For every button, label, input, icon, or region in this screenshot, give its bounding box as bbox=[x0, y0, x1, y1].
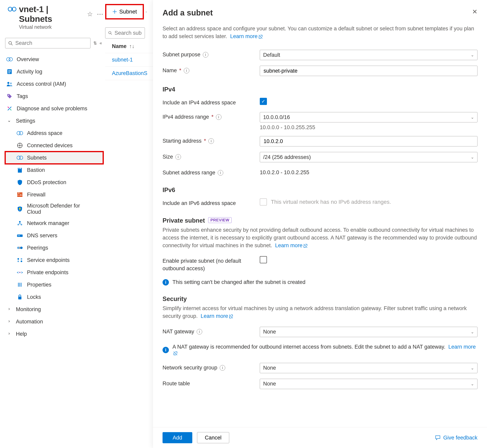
nav-network-manager[interactable]: Network manager bbox=[5, 217, 103, 229]
nav-locks[interactable]: Locks bbox=[5, 291, 103, 303]
nav-label: Address space bbox=[27, 130, 63, 136]
toolbar-overflow: · bbox=[146, 8, 147, 15]
close-icon[interactable]: ✕ bbox=[472, 8, 478, 16]
plus-icon bbox=[112, 9, 117, 14]
add-subnet-highlight: Subnet bbox=[105, 4, 144, 19]
nav-connected-devices[interactable]: Connected devices bbox=[5, 139, 103, 152]
name-label: Name *i bbox=[162, 66, 256, 74]
ipv4-range-select[interactable]: 10.0.0.0/16 ⌄ bbox=[260, 112, 478, 122]
table-row[interactable]: AzureBastionS bbox=[105, 67, 153, 80]
enable-private-checkbox[interactable] bbox=[260, 256, 267, 263]
nav-properties[interactable]: Properties bbox=[5, 279, 103, 291]
nav-address-space[interactable]: Address space bbox=[5, 127, 103, 139]
add-button[interactable]: Add bbox=[162, 432, 192, 443]
collapse-nav-icon[interactable]: « bbox=[100, 41, 102, 46]
nav-label: Overview bbox=[17, 56, 39, 63]
learn-more-link[interactable]: Learn more bbox=[275, 242, 307, 248]
info-icon[interactable]: i bbox=[216, 114, 221, 120]
start-addr-input[interactable] bbox=[260, 136, 478, 146]
nav-firewall[interactable]: Firewall bbox=[5, 189, 103, 201]
feedback-link[interactable]: Give feedback bbox=[435, 435, 478, 441]
info-icon[interactable]: i bbox=[175, 154, 181, 160]
svg-point-39 bbox=[20, 247, 23, 249]
info-icon[interactable]: i bbox=[220, 365, 225, 371]
route-select[interactable]: None ⌄ bbox=[260, 379, 478, 389]
ipv6-disabled-note: This virtual network has no IPv6 address… bbox=[271, 199, 391, 205]
learn-more-link[interactable]: Learn more bbox=[230, 33, 262, 39]
subnet-search-input[interactable] bbox=[105, 27, 145, 39]
svg-rect-24 bbox=[19, 168, 20, 169]
svg-point-4 bbox=[9, 57, 13, 61]
svg-point-53 bbox=[109, 32, 111, 34]
nsg-select[interactable]: None ⌄ bbox=[260, 363, 478, 373]
nav-label: Connected devices bbox=[27, 143, 73, 149]
nav-ddos[interactable]: DDoS protection bbox=[5, 176, 103, 189]
add-subnet-panel: ✕ Add a subnet Select an address space a… bbox=[153, 0, 487, 448]
table-row[interactable]: subnet-1 bbox=[105, 53, 153, 67]
info-icon[interactable]: i bbox=[184, 68, 189, 73]
nav-activity-log[interactable]: Activity log bbox=[5, 65, 103, 78]
nav-help-toggle[interactable]: › Help bbox=[5, 328, 103, 340]
defender-icon bbox=[16, 205, 24, 213]
grid-header-name[interactable]: Name ↑↓ bbox=[105, 39, 153, 53]
nav-label: Access control (IAM) bbox=[17, 81, 66, 87]
cancel-button[interactable]: Cancel bbox=[197, 432, 229, 443]
feedback-icon bbox=[435, 435, 441, 440]
more-icon[interactable]: ⋯ bbox=[97, 11, 103, 17]
info-icon[interactable]: i bbox=[203, 52, 208, 57]
vnet-icon bbox=[16, 154, 24, 161]
nav-monitoring-toggle[interactable]: › Monitoring bbox=[5, 303, 103, 315]
nav-label: Private endpoints bbox=[27, 269, 68, 276]
chevron-down-icon: ⌄ bbox=[471, 115, 474, 120]
nav-subnets[interactable]: Subnets bbox=[5, 152, 103, 164]
add-subnet-button[interactable]: Subnet bbox=[107, 6, 142, 17]
nav-iam[interactable]: Access control (IAM) bbox=[5, 78, 103, 90]
reorder-icon[interactable]: ⇅ bbox=[93, 41, 97, 46]
learn-more-link[interactable]: Learn more bbox=[201, 313, 233, 319]
nat-label: NAT gatewayi bbox=[162, 327, 256, 336]
nav-label: Network manager bbox=[27, 220, 69, 226]
nav-search-input[interactable] bbox=[5, 38, 90, 48]
subnet-range-label: Subnet address rangei bbox=[162, 168, 256, 176]
subnet-purpose-label: Subnet purposei bbox=[162, 50, 256, 58]
svg-text:>: > bbox=[21, 271, 23, 274]
nav-label: Automation bbox=[16, 319, 43, 325]
nav-list: Overview Activity log Access control (IA… bbox=[5, 53, 103, 340]
nat-select[interactable]: None ⌄ bbox=[260, 327, 478, 337]
subnet-purpose-select[interactable]: Default ⌄ bbox=[260, 50, 478, 60]
ipv4-range-label: IPv4 address range *i bbox=[162, 112, 256, 121]
nav-tags[interactable]: Tags bbox=[5, 90, 103, 102]
info-icon[interactable]: i bbox=[218, 170, 223, 176]
nav-peerings[interactable]: Peerings bbox=[5, 242, 103, 254]
nav-label: Properties bbox=[27, 282, 51, 288]
info-icon: i bbox=[162, 347, 169, 353]
svg-point-38 bbox=[17, 247, 19, 249]
info-icon[interactable]: i bbox=[208, 138, 214, 144]
nav-overview[interactable]: Overview bbox=[5, 53, 103, 65]
nav-defender[interactable]: Microsoft Defender for Cloud bbox=[5, 201, 103, 217]
nav-label: Bastion bbox=[27, 167, 45, 173]
name-input[interactable] bbox=[260, 66, 478, 76]
info-icon[interactable]: i bbox=[197, 329, 202, 335]
pin-icon[interactable]: ☆ bbox=[87, 11, 93, 17]
nav-label: Locks bbox=[27, 294, 41, 300]
size-select[interactable]: /24 (256 addresses) ⌄ bbox=[260, 152, 478, 162]
nav-dns[interactable]: DNS servers bbox=[5, 229, 103, 242]
nav-private-endpoints[interactable]: <> Private endpoints bbox=[5, 266, 103, 279]
service-endpoints-icon bbox=[16, 256, 24, 264]
start-addr-label: Starting address *i bbox=[162, 136, 256, 145]
vnet-icon bbox=[16, 129, 24, 137]
nav-settings-toggle[interactable]: ⌄ Settings bbox=[5, 115, 103, 127]
nav-bastion[interactable]: Bastion bbox=[5, 164, 103, 176]
nav-automation-toggle[interactable]: › Automation bbox=[5, 315, 103, 328]
svg-rect-48 bbox=[19, 283, 20, 287]
svg-rect-6 bbox=[8, 70, 11, 71]
add-subnet-label: Subnet bbox=[119, 8, 137, 15]
nav-service-endpoints[interactable]: Service endpoints bbox=[5, 254, 103, 266]
include-ipv6-checkbox bbox=[260, 198, 267, 206]
info-icon: i bbox=[162, 279, 169, 286]
nav-diagnose[interactable]: Diagnose and solve problems bbox=[5, 102, 103, 115]
include-ipv4-checkbox[interactable]: ✓ bbox=[260, 98, 267, 105]
vnet-icon bbox=[5, 4, 19, 13]
panel-title: Add a subnet bbox=[162, 8, 478, 17]
